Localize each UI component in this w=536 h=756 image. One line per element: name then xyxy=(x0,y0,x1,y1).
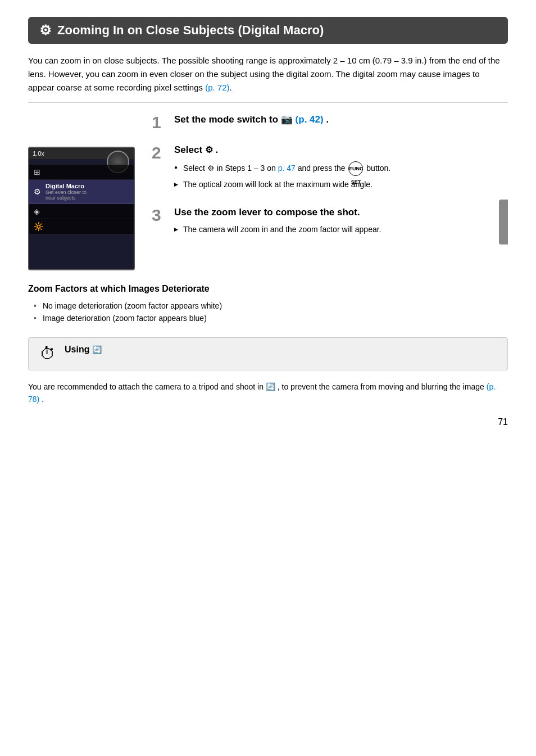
info-title-using: Using xyxy=(65,345,92,354)
info-box-title: Using 🔄 xyxy=(65,345,102,355)
step-1-title-text: Set the mode switch to xyxy=(174,114,281,125)
step-3-number: 3 xyxy=(152,207,167,224)
zoom-factor-item-2: Image deterioration (zoom factor appears… xyxy=(34,312,508,324)
timer-icon: ⏱ xyxy=(40,345,56,363)
page-title: Zooming In on Close Subjects (Digital Ma… xyxy=(57,23,324,38)
step-1-camera-icon: 📷 xyxy=(281,114,293,125)
info-body-text1: You are recommended to attach the camera… xyxy=(28,382,266,391)
info-body-text2: , to prevent the camera from moving and … xyxy=(278,382,487,391)
info-box-content: Using 🔄 xyxy=(65,345,102,355)
step-1-link[interactable]: (p. 42) xyxy=(296,114,324,125)
digital-macro-sublabel: Get even closer tonear subjects xyxy=(46,189,87,201)
step-2-bullet-1: Select ⚙ in Steps 1 – 3 on p. 47 and pre… xyxy=(174,161,508,176)
step-2-title-select: Select xyxy=(174,144,205,155)
page-header: ⚙ Zooming In on Close Subjects (Digital … xyxy=(28,17,508,44)
sidebar-tab xyxy=(499,200,508,245)
camera-menu-item-4: 🔆 xyxy=(29,219,134,234)
step-3-title: Use the zoom lever to compose the shot. xyxy=(174,206,508,219)
info-text-paragraph: You are recommended to attach the camera… xyxy=(28,381,508,406)
camera-menu-item-digital-macro: ⚙ Digital Macro Get even closer tonear s… xyxy=(29,180,134,204)
step-2-bullet-2: The optical zoom will lock at the maximu… xyxy=(174,179,508,191)
menu-icon-3: ◈ xyxy=(34,207,40,216)
menu-icon-macro: ⚙ xyxy=(34,187,41,196)
step-2-period: . xyxy=(216,144,219,155)
steps-column: 1 Set the mode switch to 📷 (p. 42) . 2 xyxy=(152,113,508,270)
step-1-number: 1 xyxy=(152,114,167,131)
step-3-content: Use the zoom lever to compose the shot. … xyxy=(174,206,508,238)
step-2-b1-text4: button. xyxy=(366,164,390,173)
camera-zoom-indicator: 1.0x xyxy=(33,150,44,157)
intro-text-main: You can zoom in on close subjects. The p… xyxy=(28,56,500,92)
intro-link-p72[interactable]: (p. 72) xyxy=(205,83,229,92)
step-2-b1-link[interactable]: p. 47 xyxy=(278,164,296,173)
camera-menu-item-1: ⊞ xyxy=(29,165,134,180)
step-3-bullets: The camera will zoom in and the zoom fac… xyxy=(174,224,508,236)
step-2-b1-text2: in Steps 1 – 3 on xyxy=(217,164,278,173)
camera-image: 1.0x ⊞ ⚙ Digital Macro Get even closer t… xyxy=(28,147,140,270)
steps-container: 1.0x ⊞ ⚙ Digital Macro Get even closer t… xyxy=(28,113,508,270)
camera-screen: 1.0x ⊞ ⚙ Digital Macro Get even closer t… xyxy=(28,147,135,270)
step-2-title: Select ⚙ . xyxy=(174,143,508,157)
camera-menu: ⊞ ⚙ Digital Macro Get even closer tonear… xyxy=(29,165,134,234)
info-box: ⏱ Using 🔄 xyxy=(28,337,508,370)
step-2-macro-icon: ⚙ xyxy=(205,145,213,155)
menu-icon-1: ⊞ xyxy=(34,168,40,176)
step-3-b1-text: The camera will zoom in and the zoom fac… xyxy=(183,225,381,234)
intro-paragraph: You can zoom in on close subjects. The p… xyxy=(28,54,508,103)
step-1-content: Set the mode switch to 📷 (p. 42) . xyxy=(174,113,508,131)
step-2-b1-text1: Select xyxy=(183,164,207,173)
step-2-b2-text: The optical zoom will lock at the maximu… xyxy=(183,180,373,189)
macro-header-icon: ⚙ xyxy=(39,22,52,38)
zoom-factors-title: Zoom Factors at which Images Deteriorate xyxy=(28,284,508,294)
zoom-factors-list: No image deterioration (zoom factor appe… xyxy=(28,300,508,325)
step-3-bullet-1: The camera will zoom in and the zoom fac… xyxy=(174,224,508,236)
self-timer-icon: 🔄 xyxy=(92,345,102,354)
digital-macro-label: Digital Macro xyxy=(46,183,87,189)
camera-menu-item-3: ◈ xyxy=(29,204,134,219)
step-2-number: 2 xyxy=(152,144,167,161)
step-2: 2 Select ⚙ . Select ⚙ in Steps 1 – 3 on … xyxy=(152,143,508,193)
menu-icon-4: 🔆 xyxy=(34,222,43,231)
step-1: 1 Set the mode switch to 📷 (p. 42) . xyxy=(152,113,508,131)
func-set-button-icon: FUNCSET xyxy=(348,161,363,176)
zoom-factors-section: Zoom Factors at which Images Deteriorate… xyxy=(28,284,508,325)
step-2-bullets: Select ⚙ in Steps 1 – 3 on p. 47 and pre… xyxy=(174,161,508,191)
info-body-icon: 🔄 xyxy=(266,382,275,391)
step-1-title: Set the mode switch to 📷 (p. 42) . xyxy=(174,113,508,126)
info-body-text3: . xyxy=(42,395,44,404)
page-number: 71 xyxy=(28,417,508,427)
step-3: 3 Use the zoom lever to compose the shot… xyxy=(152,206,508,238)
step-2-content: Select ⚙ . Select ⚙ in Steps 1 – 3 on p.… xyxy=(174,143,508,193)
step-2-b1-text3: and press the xyxy=(298,164,348,173)
step-1-period: . xyxy=(326,114,329,125)
step-2-b1-icon: ⚙ xyxy=(207,164,215,173)
zoom-factor-item-1: No image deterioration (zoom factor appe… xyxy=(34,300,508,312)
info-box-icon-area: ⏱ xyxy=(38,345,58,363)
